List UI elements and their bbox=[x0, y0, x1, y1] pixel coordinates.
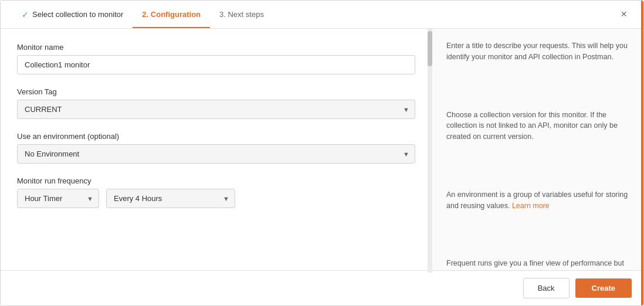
monitor-name-group: Monitor name bbox=[17, 43, 415, 74]
monitor-name-label: Monitor name bbox=[17, 43, 415, 52]
environment-group: Use an environment (optional) No Environ… bbox=[17, 132, 415, 164]
environment-select[interactable]: No Environment bbox=[17, 144, 415, 164]
accent-bar bbox=[641, 1, 643, 305]
tab-select-collection[interactable]: ✓ Select collection to monitor bbox=[12, 1, 133, 28]
tab-next-steps[interactable]: 3. Next steps bbox=[210, 1, 273, 28]
back-button[interactable]: Back bbox=[523, 278, 570, 298]
tab-select-collection-label: Select collection to monitor bbox=[32, 10, 123, 19]
hint-frequency: Frequent runs give you a finer view of p… bbox=[446, 258, 629, 270]
version-tag-group: Version Tag CURRENT ▼ bbox=[17, 87, 415, 119]
hint-monitor-name: Enter a title to describe your requests.… bbox=[446, 40, 629, 63]
hint-frequency-text: Frequent runs give you a finer view of p… bbox=[446, 258, 629, 270]
modal-body: Monitor name Version Tag CURRENT ▼ Use a… bbox=[1, 29, 643, 270]
hint-version-tag: Choose a collection version for this mon… bbox=[446, 110, 629, 142]
hint-version-tag-text: Choose a collection version for this mon… bbox=[446, 110, 629, 142]
modal-header: ✓ Select collection to monitor 2. Config… bbox=[1, 1, 643, 29]
check-icon: ✓ bbox=[22, 10, 29, 19]
modal-footer: Back Create bbox=[1, 270, 643, 305]
frequency-timer-select[interactable]: Hour Timer bbox=[17, 189, 99, 208]
tab-configuration[interactable]: 2. Configuration bbox=[133, 1, 210, 28]
scrollbar-track[interactable] bbox=[428, 29, 432, 270]
close-button[interactable]: × bbox=[616, 6, 632, 23]
environment-select-wrapper: No Environment ▼ bbox=[17, 144, 415, 164]
frequency-interval-select[interactable]: Every 4 Hours bbox=[106, 189, 235, 208]
left-panel: Monitor name Version Tag CURRENT ▼ Use a… bbox=[1, 29, 432, 270]
frequency-row: Hour Timer ▼ Every 4 Hours ▼ bbox=[17, 189, 415, 208]
frequency-group: Monitor run frequency Hour Timer ▼ Every… bbox=[17, 176, 415, 208]
environment-label: Use an environment (optional) bbox=[17, 132, 415, 141]
frequency-label: Monitor run frequency bbox=[17, 176, 415, 185]
learn-more-link[interactable]: Learn more bbox=[512, 202, 550, 210]
modal-dialog: ✓ Select collection to monitor 2. Config… bbox=[0, 0, 644, 306]
frequency-interval-wrapper: Every 4 Hours ▼ bbox=[106, 189, 235, 208]
version-tag-select[interactable]: CURRENT bbox=[17, 100, 415, 119]
version-tag-label: Version Tag bbox=[17, 87, 415, 96]
right-panel: Enter a title to describe your requests.… bbox=[432, 29, 643, 270]
frequency-timer-wrapper: Hour Timer ▼ bbox=[17, 189, 99, 208]
hint-frequency-desc: Frequent runs give you a finer view of p… bbox=[446, 259, 624, 270]
hint-environment: An environment is a group of variables u… bbox=[446, 189, 629, 212]
tab-configuration-label: 2. Configuration bbox=[142, 10, 201, 19]
hint-environment-text: An environment is a group of variables u… bbox=[446, 189, 629, 212]
monitor-name-input[interactable] bbox=[17, 55, 415, 74]
version-tag-select-wrapper: CURRENT ▼ bbox=[17, 100, 415, 119]
hint-monitor-name-text: Enter a title to describe your requests.… bbox=[446, 40, 629, 63]
scrollbar-thumb[interactable] bbox=[428, 31, 432, 66]
create-button[interactable]: Create bbox=[575, 278, 632, 298]
tab-next-steps-label: 3. Next steps bbox=[219, 10, 264, 19]
